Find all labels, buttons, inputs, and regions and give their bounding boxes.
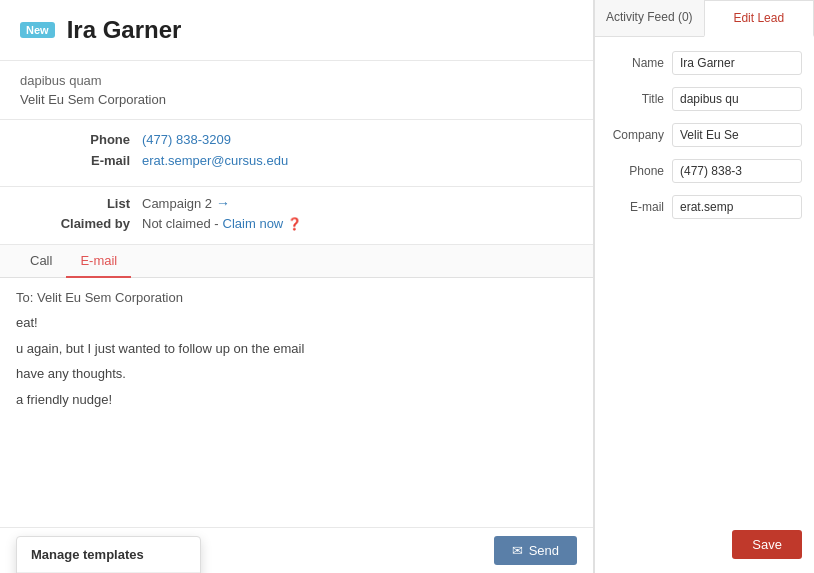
email-line-3: have any thoughts. [16, 364, 577, 384]
claim-now-link[interactable]: Claim now [223, 216, 284, 231]
tab-edit-lead[interactable]: Edit Lead [704, 0, 815, 37]
email-line-4: a friendly nudge! [16, 390, 577, 410]
email-field-label: E-mail [609, 200, 664, 214]
phone-value[interactable]: (477) 838-3209 [142, 132, 231, 147]
name-field-row: Name [607, 51, 802, 75]
phone-label: Phone [60, 132, 130, 147]
phone-field-label: Phone [609, 164, 664, 178]
claimed-label: Claimed by [60, 216, 130, 231]
claimed-value: Not claimed - Claim now ❓ [142, 216, 302, 231]
tab-activity-feed[interactable]: Activity Feed (0) [595, 0, 704, 36]
email-label: E-mail [60, 153, 130, 168]
email-value[interactable]: erat.semper@cursus.edu [142, 153, 288, 168]
claimed-status: Not claimed - [142, 216, 219, 231]
company-field-label: Company [609, 128, 664, 142]
save-button[interactable]: Save [732, 530, 802, 559]
to-address: Velit Eu Sem Corporation [37, 290, 183, 305]
email-row: E-mail erat.semper@cursus.edu [60, 153, 573, 168]
lead-info: dapibus quam Velit Eu Sem Corporation [0, 61, 593, 120]
manage-templates-header[interactable]: Manage templates [17, 537, 200, 573]
right-tabs: Activity Feed (0) Edit Lead [595, 0, 814, 37]
contact-details: Phone (477) 838-3209 E-mail erat.semper@… [0, 120, 593, 187]
list-name: Campaign 2 [142, 196, 212, 211]
email-compose-area: To: Velit Eu Sem Corporation eat! u agai… [0, 278, 593, 527]
lead-subtitle: dapibus quam [20, 73, 573, 88]
lead-name: Ira Garner [67, 16, 182, 44]
send-icon: ✉ [512, 543, 523, 558]
email-line-2: u again, but I just wanted to follow up … [16, 339, 577, 359]
email-tabs: Call E-mail [0, 245, 593, 278]
phone-input[interactable] [672, 159, 802, 183]
email-line-1: eat! [16, 313, 577, 333]
save-button-area: Save [595, 522, 814, 573]
edit-lead-form: Name Title Company Phone E-mail [595, 37, 814, 522]
templates-dropdown: Manage templates Email after 1st contact… [16, 536, 201, 573]
list-row: List Campaign 2 → [60, 195, 573, 211]
name-input[interactable] [672, 51, 802, 75]
send-label: Send [529, 543, 559, 558]
new-badge: New [20, 22, 55, 38]
lead-company: Velit Eu Sem Corporation [20, 92, 573, 107]
company-input[interactable] [672, 123, 802, 147]
email-body[interactable]: eat! u again, but I just wanted to follo… [16, 313, 577, 409]
phone-row: Phone (477) 838-3209 [60, 132, 573, 147]
company-field-row: Company [607, 123, 802, 147]
help-icon[interactable]: ❓ [287, 217, 302, 231]
claimed-row: Claimed by Not claimed - Claim now ❓ [60, 216, 573, 231]
send-button[interactable]: ✉ Send [494, 536, 577, 565]
tab-call[interactable]: Call [16, 245, 66, 278]
title-field-label: Title [609, 92, 664, 106]
list-value: Campaign 2 → [142, 195, 230, 211]
list-label: List [60, 196, 130, 211]
to-label: To: [16, 290, 37, 305]
name-field-label: Name [609, 56, 664, 70]
title-field-row: Title [607, 87, 802, 111]
list-section: List Campaign 2 → Claimed by Not claimed… [0, 187, 593, 245]
title-input[interactable] [672, 87, 802, 111]
email-input[interactable] [672, 195, 802, 219]
phone-field-row: Phone [607, 159, 802, 183]
lead-header: New Ira Garner [0, 0, 593, 61]
right-panel: Activity Feed (0) Edit Lead Name Title C… [594, 0, 814, 573]
email-field-row: E-mail [607, 195, 802, 219]
arrow-icon[interactable]: → [216, 195, 230, 211]
email-to-line: To: Velit Eu Sem Corporation [16, 290, 577, 305]
tab-email[interactable]: E-mail [66, 245, 131, 278]
